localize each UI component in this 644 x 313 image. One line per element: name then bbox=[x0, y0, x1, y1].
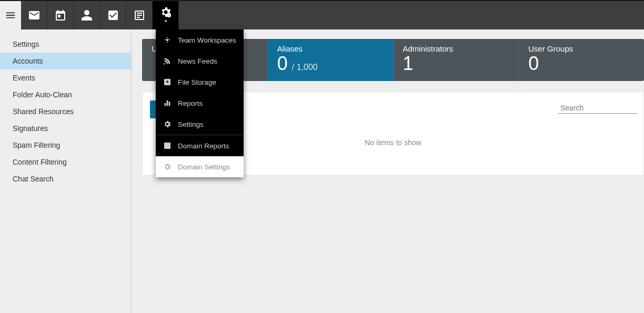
dropdown-item-label: Domain Settings bbox=[178, 163, 230, 171]
top-bar bbox=[0, 0, 644, 29]
dropdown-item-label: Domain Reports bbox=[178, 142, 229, 150]
dropdown-item-label: News Feeds bbox=[178, 57, 217, 65]
mail-icon[interactable] bbox=[21, 1, 47, 29]
sidebar-item[interactable]: Chat Search bbox=[0, 170, 131, 187]
sidebar-item[interactable]: Signatures bbox=[0, 120, 131, 137]
sidebar-item[interactable]: Content Filtering bbox=[0, 154, 131, 170]
search-input[interactable] bbox=[560, 104, 644, 112]
tasks-icon[interactable] bbox=[100, 1, 126, 29]
sidebar-item[interactable]: Settings bbox=[0, 36, 131, 53]
dropdown-item-label: Team Workspaces bbox=[178, 36, 236, 44]
contacts-icon[interactable] bbox=[74, 1, 100, 29]
stat-value: 0 bbox=[277, 54, 288, 73]
stat-card[interactable]: Aliases0/ 1,000 bbox=[268, 39, 394, 81]
dropdown-item: Domain Settings bbox=[156, 156, 244, 177]
sidebar-item[interactable]: Events bbox=[0, 69, 131, 86]
notes-icon[interactable] bbox=[126, 1, 153, 29]
dropdown-item[interactable]: Settings bbox=[156, 114, 244, 135]
calendar-icon[interactable] bbox=[47, 1, 74, 29]
dropdown-item[interactable]: Domain Reports bbox=[156, 135, 244, 156]
stat-title: Aliases bbox=[277, 44, 384, 53]
dropdown-item-label: Reports bbox=[178, 99, 203, 107]
dropdown-item[interactable]: Reports bbox=[156, 93, 244, 114]
stat-card[interactable]: User Groups0 bbox=[519, 39, 644, 81]
stat-title: User Groups bbox=[528, 44, 635, 53]
dropdown-item-label: File Storage bbox=[178, 78, 216, 86]
sidebar-item[interactable]: Shared Resources bbox=[0, 103, 131, 120]
sidebar-item[interactable]: Folder Auto-Clean bbox=[0, 86, 131, 103]
stat-sub: / 1,000 bbox=[292, 63, 318, 72]
stat-title: Administrators bbox=[403, 44, 509, 53]
stat-card[interactable]: Administrators1 bbox=[394, 39, 519, 81]
admin-dropdown: Team WorkspacesNews FeedsFile StorageRep… bbox=[156, 29, 244, 177]
sidebar-item[interactable]: Accounts bbox=[0, 53, 131, 69]
sidebar: SettingsAccountsEventsFolder Auto-CleanS… bbox=[0, 29, 132, 313]
admin-icon[interactable] bbox=[153, 1, 179, 29]
dropdown-item-label: Settings bbox=[178, 120, 204, 128]
dropdown-item[interactable]: News Feeds bbox=[156, 51, 244, 72]
menu-button[interactable] bbox=[0, 1, 21, 29]
sidebar-item[interactable]: Spam Filtering bbox=[0, 137, 131, 154]
stat-value: 0 bbox=[528, 54, 539, 73]
dropdown-item[interactable]: File Storage bbox=[156, 72, 244, 93]
dropdown-item[interactable]: Team Workspaces bbox=[156, 29, 244, 51]
search-field-wrap[interactable] bbox=[558, 103, 637, 114]
stat-value: 1 bbox=[403, 54, 414, 73]
